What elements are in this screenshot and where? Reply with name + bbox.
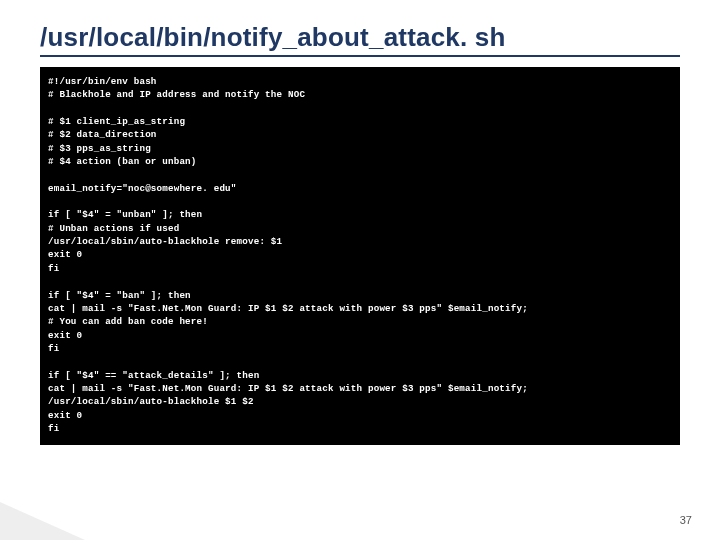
code-line: exit 0 (48, 330, 82, 341)
code-line: #!/usr/bin/env bash (48, 76, 157, 87)
code-line: exit 0 (48, 410, 82, 421)
code-line: /usr/local/sbin/auto-blackhole remove: $… (48, 236, 282, 247)
page-number: 37 (680, 514, 692, 526)
code-line: if [ "$4" == "attack_details" ]; then (48, 370, 259, 381)
code-block: #!/usr/bin/env bash # Blackhole and IP a… (40, 67, 680, 445)
slide-content: /usr/local/bin/notify_about_attack. sh #… (0, 0, 720, 445)
slide-title: /usr/local/bin/notify_about_attack. sh (40, 22, 680, 57)
code-line: # $2 data_direction (48, 129, 157, 140)
code-line: email_notify="noc@somewhere. edu" (48, 183, 237, 194)
code-line: # $4 action (ban or unban) (48, 156, 197, 167)
code-line: # $1 client_ip_as_string (48, 116, 185, 127)
code-line: /usr/local/sbin/auto-blackhole $1 $2 (48, 396, 254, 407)
code-line: if [ "$4" = "ban" ]; then (48, 290, 191, 301)
code-line: cat | mail -s "Fast.Net.Mon Guard: IP $1… (48, 383, 528, 394)
code-line: # $3 pps_as_string (48, 143, 151, 154)
code-line: # Blackhole and IP address and notify th… (48, 89, 305, 100)
code-line: # You can add ban code here! (48, 316, 208, 327)
code-line: # Unban actions if used (48, 223, 179, 234)
code-line: exit 0 (48, 249, 82, 260)
code-line: cat | mail -s "Fast.Net.Mon Guard: IP $1… (48, 303, 528, 314)
code-line: if [ "$4" = "unban" ]; then (48, 209, 202, 220)
code-line: fi (48, 263, 59, 274)
code-line: fi (48, 343, 59, 354)
decorative-corner (0, 502, 85, 540)
code-line: fi (48, 423, 59, 434)
